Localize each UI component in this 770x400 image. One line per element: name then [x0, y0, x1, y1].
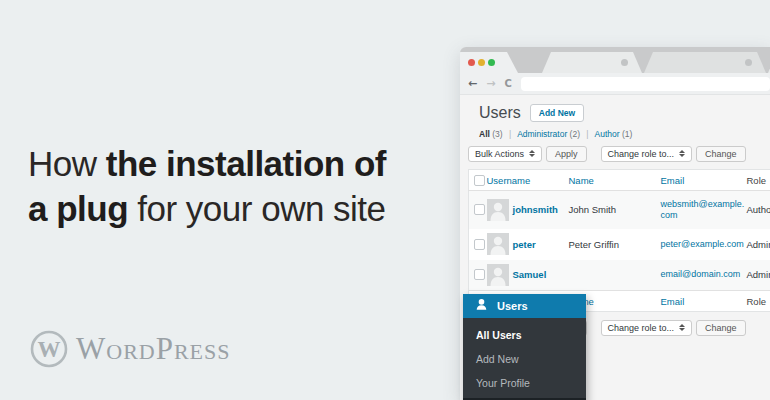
- change-role-select[interactable]: Change role to...: [601, 320, 693, 336]
- user-name: John Smith: [569, 191, 661, 229]
- headline-bold-text: a plug: [28, 189, 128, 228]
- filter-administrator-link[interactable]: Administrator: [517, 129, 567, 139]
- headline: How the installation of a plug for your …: [28, 141, 386, 231]
- browser-tab[interactable]: [542, 52, 642, 73]
- headline-light-text: How: [28, 144, 106, 183]
- menu-item-add-new[interactable]: Add New: [463, 347, 586, 371]
- column-header-name[interactable]: Name: [569, 170, 661, 191]
- change-button[interactable]: Change: [696, 320, 746, 336]
- avatar: [487, 233, 509, 255]
- user-email-link[interactable]: websmith@example.com: [661, 191, 747, 229]
- table-header-row: Username Name Email Role: [469, 170, 770, 191]
- row-checkbox[interactable]: [474, 269, 485, 280]
- wordpress-wordmark: WordPress: [76, 331, 231, 367]
- users-flyout-menu: Users All Users Add New Your Profile: [463, 294, 586, 400]
- user-role: Administrator: [747, 229, 770, 260]
- page-header: Users Add New: [468, 103, 770, 123]
- bulk-actions-top: Bulk Actions Apply Change role to... Cha…: [468, 145, 770, 162]
- select-all-checkbox[interactable]: [474, 175, 485, 186]
- menu-item-your-profile[interactable]: Your Profile: [463, 371, 586, 395]
- menu-item-all-users[interactable]: All Users: [463, 323, 586, 347]
- column-footer-email[interactable]: Email: [661, 291, 747, 312]
- browser-tab-strip: [460, 47, 770, 73]
- minimize-window-icon[interactable]: [478, 59, 485, 66]
- filter-author-count: (1): [622, 129, 632, 139]
- filter-administrator-count: (2): [570, 129, 580, 139]
- column-header-email[interactable]: Email: [661, 170, 747, 191]
- select-arrows-icon: [679, 150, 685, 157]
- change-button[interactable]: Change: [696, 146, 746, 162]
- user-role-filters: All (3) | Administrator (2) | Author (1): [468, 129, 770, 140]
- flyout-header-users[interactable]: Users: [463, 294, 586, 318]
- user-name: [569, 260, 661, 291]
- browser-toolbar: ← → C: [460, 73, 770, 95]
- user-email-link[interactable]: email@domain.com: [661, 260, 747, 291]
- bulk-actions-select[interactable]: Bulk Actions: [468, 146, 542, 162]
- select-arrows-icon: [679, 324, 685, 331]
- window-controls: [460, 52, 518, 73]
- username-link[interactable]: Samuel: [513, 269, 547, 280]
- close-window-icon[interactable]: [468, 59, 475, 66]
- change-role-select-value: Change role to...: [608, 149, 675, 159]
- filter-all-count: (3): [492, 129, 502, 139]
- wordpress-logo: W WordPress: [30, 330, 231, 368]
- filter-separator: |: [586, 129, 588, 139]
- select-arrows-icon: [529, 150, 535, 157]
- page-title: Users: [479, 104, 521, 122]
- username-link[interactable]: peter: [513, 239, 536, 250]
- user-role: Author: [747, 191, 770, 229]
- filter-separator: |: [509, 129, 511, 139]
- users-table: Username Name Email Role johnsmith John …: [468, 169, 770, 312]
- browser-tab[interactable]: [644, 52, 766, 73]
- column-footer-role: Role: [747, 291, 770, 312]
- bulk-actions-select-value: Bulk Actions: [475, 149, 524, 159]
- filter-all-link[interactable]: All: [479, 129, 490, 139]
- user-name: Peter Griffin: [569, 229, 661, 260]
- back-icon[interactable]: ←: [468, 78, 477, 89]
- user-role: Administrator: [747, 260, 770, 291]
- column-header-username[interactable]: Username: [487, 170, 569, 191]
- filter-author-link[interactable]: Author: [594, 129, 619, 139]
- reload-icon[interactable]: C: [504, 79, 511, 89]
- users-icon: [475, 297, 488, 315]
- apply-button[interactable]: Apply: [546, 146, 587, 162]
- headline-bold-text: the installation of: [106, 144, 386, 183]
- address-bar[interactable]: [521, 77, 770, 91]
- svg-text:W: W: [38, 337, 61, 362]
- table-row: Samuel email@domain.com Administrator: [469, 260, 770, 291]
- row-checkbox[interactable]: [474, 239, 485, 250]
- flyout-header-label: Users: [497, 300, 528, 312]
- flyout-body: All Users Add New Your Profile: [463, 318, 586, 398]
- username-link[interactable]: johnsmith: [513, 204, 558, 215]
- banner-canvas: How the installation of a plug for your …: [0, 0, 770, 400]
- row-checkbox[interactable]: [474, 204, 485, 215]
- table-row: johnsmith John Smith websmith@example.co…: [469, 191, 770, 229]
- change-role-select-value: Change role to...: [608, 323, 675, 333]
- headline-line-2: a plug for your own site: [28, 186, 386, 231]
- avatar: [487, 199, 509, 221]
- tab-close-icon[interactable]: [621, 59, 628, 66]
- avatar: [487, 264, 509, 286]
- zoom-window-icon[interactable]: [488, 59, 495, 66]
- headline-line-1: How the installation of: [28, 141, 386, 186]
- forward-icon[interactable]: →: [486, 78, 495, 89]
- user-email-link[interactable]: peter@example.com: [661, 229, 747, 260]
- column-header-role: Role: [747, 170, 770, 191]
- table-row: peter Peter Griffin peter@example.com Ad…: [469, 229, 770, 260]
- tab-close-icon[interactable]: [745, 59, 752, 66]
- headline-light-text: for your own site: [128, 189, 386, 228]
- add-new-button[interactable]: Add New: [530, 104, 584, 122]
- wordpress-mark-icon: W: [30, 330, 68, 368]
- change-role-select[interactable]: Change role to...: [601, 146, 693, 162]
